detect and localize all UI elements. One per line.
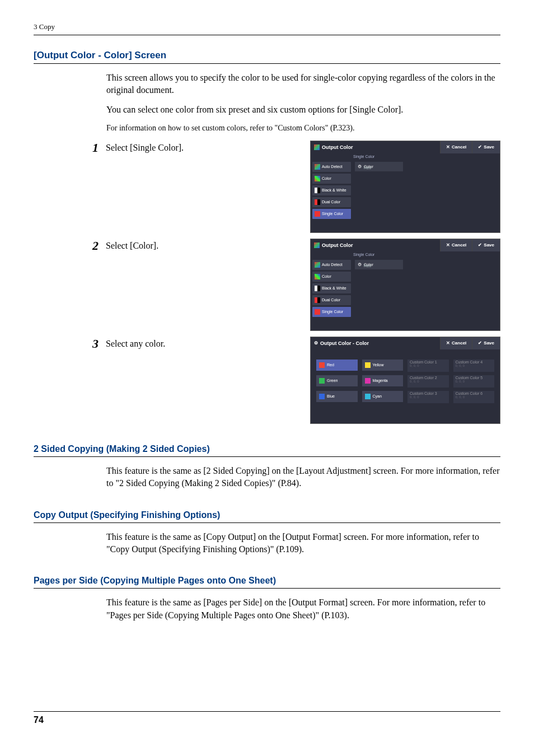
swatch-magenta [365,378,371,384]
sidebar-dual[interactable]: Dual Color [312,295,351,305]
sidebar-label: Auto Detect [322,165,343,169]
screenshot-color-picker: ⚙ Output Color - Color ✕Cancel ✔Save Red… [310,337,500,424]
chip-value: Red [364,166,500,170]
section-title-pages: Pages per Side (Copying Multiple Pages o… [34,576,500,589]
color-value: 0, 0, 0 [410,380,419,383]
color-value: 0, 0, 0 [410,395,419,399]
color-blue[interactable]: Blue [316,391,358,402]
step-number: 2 [92,239,106,253]
color-label: Custom Color 2 [410,376,437,380]
sidebar-bw[interactable]: Black & White [312,185,351,195]
paragraph: You can select one color from six preset… [106,104,500,116]
save-button[interactable]: ✔Save [472,239,500,251]
color-label: Magenta [373,379,388,382]
sidebar-color[interactable]: Color [312,272,351,282]
swatch-yellow [365,362,371,368]
paragraph: This screen allows you to specify the co… [106,72,500,97]
auto-icon [315,262,320,268]
x-icon: ✕ [446,340,450,346]
auto-icon [315,164,320,170]
sidebar-label: Single Color [322,310,343,314]
bw-icon [315,286,320,291]
cancel-button[interactable]: ✕Cancel [440,239,472,251]
color-label: Custom Color 1 [410,360,437,364]
sidebar-auto-detect[interactable]: Auto Detect [312,260,351,270]
cancel-label: Cancel [452,340,466,346]
sidebar-label: Black & White [322,286,346,290]
step-row: 3 Select any color. ⚙ Output Color - Col… [92,337,500,424]
dual-icon [315,199,320,205]
swatch-cyan [365,394,371,399]
check-icon: ✔ [478,144,482,150]
color-green[interactable]: Green [316,375,358,386]
color-value: 0, 0, 0 [456,364,465,367]
sidebar-auto-detect[interactable]: Auto Detect [312,162,351,172]
cancel-label: Cancel [452,242,466,248]
section-title-2sided: 2 Sided Copying (Making 2 Sided Copies) [34,444,500,457]
sidebar-label: Single Color [322,212,343,216]
color-custom-2[interactable]: Custom Color 20, 0, 0 [407,375,449,388]
color-magenta[interactable]: Magenta [362,375,404,386]
sidebar: Auto Detect Color Black & White Dual Col… [311,160,353,232]
color-label: Blue [327,394,335,398]
color-label: Green [327,379,338,382]
x-icon: ✕ [446,242,450,248]
save-button[interactable]: ✔Save [472,141,500,153]
screenshot-output-color-1: Output Color ✕Cancel ✔Save Single Color … [310,141,500,233]
cancel-button[interactable]: ✕Cancel [440,141,472,153]
check-icon: ✔ [478,242,482,248]
screen-title: Output Color [311,141,357,153]
color-custom-6[interactable]: Custom Color 60, 0, 0 [453,391,495,403]
paragraph: This feature is the same as [Pages per S… [106,596,500,622]
panel-subheading: Single Color [353,253,500,256]
save-button[interactable]: ✔Save [472,337,500,349]
paragraph: This feature is the same as [Copy Output… [106,531,500,556]
paragraph-note: For information on how to set custom col… [106,123,500,134]
step-text: Select [Color]. [106,239,310,251]
color-value: 0, 0, 0 [456,395,465,399]
color-custom-5[interactable]: Custom Color 50, 0, 0 [453,375,495,388]
step-number: 3 [92,337,106,351]
color-yellow[interactable]: Yellow [362,360,404,371]
bw-icon [315,188,320,193]
panel-subheading: Single Color [353,155,500,158]
sidebar-color[interactable]: Color [312,174,351,184]
section-title-output-color: [Output Color - Color] Screen [34,50,500,64]
color-cyan[interactable]: Cyan [362,391,404,402]
chip-value: Red [364,264,500,268]
cancel-button[interactable]: ✕Cancel [440,337,472,349]
save-label: Save [484,242,494,248]
color-grid: Red Yellow Custom Color 10, 0, 0 Custom … [311,349,500,408]
single-icon [315,309,320,315]
sidebar-label: Color [322,176,331,180]
screen-title-text: Output Color [322,242,353,248]
sidebar-label: Black & White [322,188,346,192]
color-swatch-icon [314,242,320,248]
color-label: Yellow [373,363,384,367]
step-row: 2 Select [Color]. Output Color ✕Cancel ✔… [92,239,500,331]
sidebar-dual[interactable]: Dual Color [312,197,351,207]
sidebar-single[interactable]: Single Color [312,307,351,317]
color-custom-3[interactable]: Custom Color 30, 0, 0 [407,391,449,403]
single-icon [315,211,320,217]
sidebar: Auto Detect Color Black & White Dual Col… [311,258,353,330]
page-number: 74 [34,711,500,725]
color-label: Custom Color 6 [456,391,483,395]
x-icon: ✕ [446,144,450,150]
color-custom-4[interactable]: Custom Color 40, 0, 0 [453,360,495,372]
color-label: Custom Color 3 [410,391,437,395]
color-icon [315,274,320,279]
sidebar-single[interactable]: Single Color [312,209,351,219]
step-row: 1 Select [Single Color]. Output Color ✕C… [92,141,500,233]
color-label: Custom Color 4 [456,360,483,364]
color-red[interactable]: Red [316,360,358,371]
color-label: Custom Color 5 [456,376,483,380]
color-value: 0, 0, 0 [410,364,419,367]
gear-icon: ⚙ [358,164,362,169]
step-number: 1 [92,141,106,155]
color-value: 0, 0, 0 [456,380,465,383]
paragraph: This feature is the same as [2 Sided Cop… [106,465,500,490]
sidebar-bw[interactable]: Black & White [312,283,351,293]
color-custom-1[interactable]: Custom Color 10, 0, 0 [407,360,449,372]
section-title-copy-output: Copy Output (Specifying Finishing Option… [34,510,500,523]
